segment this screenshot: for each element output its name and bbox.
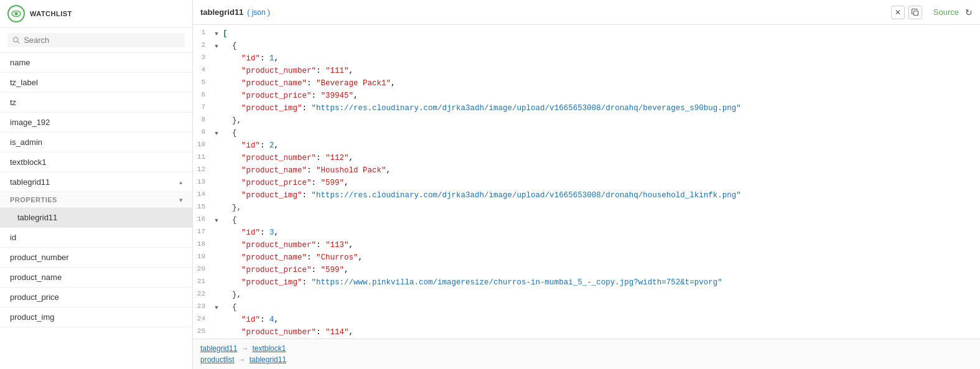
line-number: 16 [195,214,213,225]
json-line-19: 19 "product_name": "Churros", [193,251,980,264]
content-header: tablegrid11 ( json ) ✕ Source ↻ [193,0,980,25]
sidebar-item-product_price[interactable]: product_price [0,287,192,307]
line-number: 21 [195,276,213,287]
breadcrumb-to[interactable]: tablegrid11 [250,355,286,364]
json-line-21: 21 "product_img": "https://www.pinkvilla… [193,276,980,289]
line-number: 25 [195,326,213,337]
sidebar-item-textblock1[interactable]: textblock1 [0,152,192,172]
line-number: 11 [195,152,213,163]
collapse-toggle[interactable]: ▼ [213,130,220,138]
refresh-icon[interactable]: ↻ [965,7,973,17]
toggle-area: ▼ [213,27,223,40]
sidebar-item-label: product_number [10,253,69,262]
sidebar-item-product_number[interactable]: product_number [0,248,192,268]
json-line-22: 22 }, [193,289,980,301]
json-line-18: 18 "product_number": "113", [193,239,980,251]
svg-point-2 [13,37,17,42]
svg-point-1 [15,12,18,16]
toggle-area: ▼ [213,127,223,139]
line-content: "product_price": "599", [223,177,978,189]
json-line-25: 25 "product_number": "114", [193,326,980,339]
line-number: 19 [195,251,213,263]
json-line-15: 15 }, [193,202,980,214]
line-content: "product_name": "Churros", [223,251,978,264]
sidebar-header: WATCHLIST [0,0,192,28]
line-content: }, [223,114,978,127]
sidebar-item-product_name[interactable]: product_name [0,268,192,287]
line-content: "product_number": "111", [223,65,978,77]
line-content: [ [223,27,978,40]
line-number: 12 [195,164,213,175]
breadcrumb-from[interactable]: tablegrid11 [200,344,237,353]
collapse-toggle[interactable]: ▼ [213,30,220,38]
content-area: tablegrid11 ( json ) ✕ Source ↻ 1▼[2▼ [193,0,980,369]
line-number: 24 [195,314,213,325]
json-line-11: 11 "product_number": "112", [193,152,980,164]
sidebar-item-label: id [10,233,16,242]
sidebar-item-tz[interactable]: tz [0,93,192,113]
sidebar-item-image_192[interactable]: image_192 [0,113,192,133]
tablegrid-title: tablegrid11 [200,7,243,17]
sidebar-title: WATCHLIST [30,10,72,17]
toggle-area: ▼ [213,40,223,52]
collapse-toggle[interactable]: ▼ [213,217,220,225]
breadcrumb-from[interactable]: productlist [200,355,235,364]
collapse-toggle[interactable]: ▼ [213,304,220,312]
eye-icon [7,5,25,22]
line-number: 7 [195,102,213,113]
json-line-23: 23▼ { [193,301,980,314]
line-content: "product_img": "https://www.pinkvilla.co… [223,276,978,289]
json-line-8: 8 }, [193,114,980,127]
line-content: "id": 1, [223,52,978,65]
sidebar-item-tablegrid11-prop[interactable]: tablegrid11 [0,208,192,228]
line-number: 13 [195,177,213,188]
json-line-4: 4 "product_number": "111", [193,65,980,77]
toggle-area: ▼ [213,301,223,314]
sidebar-item-tablegrid11[interactable]: tablegrid11▴ [0,172,192,192]
sidebar-item-is_admin[interactable]: is_admin [0,133,192,152]
json-line-17: 17 "id": 3, [193,227,980,239]
search-icon [12,36,20,44]
json-badge[interactable]: ( json ) [247,8,270,17]
sidebar-item-label: textblock1 [10,157,47,167]
search-box [0,28,192,53]
line-number: 3 [195,52,213,63]
search-input[interactable] [24,35,180,45]
line-number: 22 [195,289,213,300]
source-link[interactable]: Source [933,7,959,17]
collapse-toggle[interactable]: ▼ [213,43,220,50]
json-line-9: 9▼ { [193,127,980,139]
sidebar-item-label: tablegrid11 [17,213,57,222]
sidebar-item-label: is_admin [10,138,42,147]
sidebar-item-label: tz [10,98,16,107]
line-content: "id": 3, [223,227,978,239]
json-line-2: 2▼ { [193,40,980,52]
sidebar-item-name[interactable]: name [0,53,192,73]
sidebar-item-label: tz_label [10,78,38,87]
breadcrumb-to[interactable]: textblock1 [252,344,286,353]
line-number: 10 [195,139,213,151]
arrow-icon: → [238,355,246,364]
sidebar-item-id[interactable]: id [0,228,192,248]
sidebar-item-label: name [10,58,30,67]
json-line-13: 13 "product_price": "599", [193,177,980,189]
section-label: PROPERTIES [10,196,57,203]
close-button[interactable]: ✕ [891,6,905,19]
sidebar-item-label: product_img [10,312,55,322]
sidebar-item-product_img[interactable]: product_img [0,307,192,327]
copy-button[interactable] [908,6,922,19]
sidebar-item-tz_label[interactable]: tz_label [0,73,192,93]
line-content: "product_price": "39945", [223,90,978,102]
line-number: 14 [195,189,213,200]
sidebar-section-properties-header: PROPERTIES▾ [0,192,192,208]
line-content: "product_name": "Beverage Pack1", [223,77,978,90]
chevron-down-icon[interactable]: ▾ [179,197,183,203]
line-content: "id": 4, [223,314,978,326]
json-line-12: 12 "product_name": "Houshold Pack", [193,164,980,177]
line-content: "product_name": "Houshold Pack", [223,164,978,177]
chevron-up-icon[interactable]: ▴ [179,179,182,185]
line-content: }, [223,202,978,214]
json-line-5: 5 "product_name": "Beverage Pack1", [193,77,980,90]
svg-rect-4 [913,11,918,15]
line-number: 17 [195,227,213,238]
